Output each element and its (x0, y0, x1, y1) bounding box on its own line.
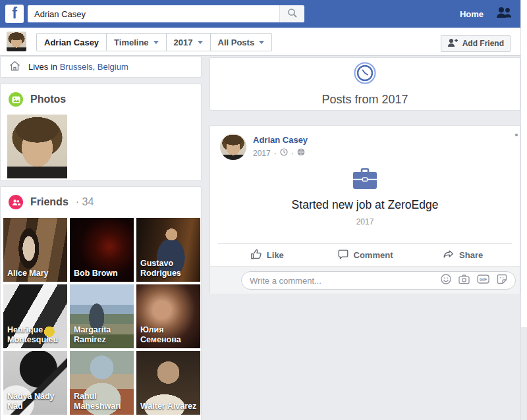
friend-tile[interactable]: Alice Mary (3, 218, 67, 282)
home-link[interactable]: Home (460, 9, 484, 19)
friends-count: · 34 (76, 196, 94, 208)
post-body: Started new job at ZeroEdge 2017 (210, 160, 520, 226)
friend-tile[interactable]: Nádya Nády Nád (3, 351, 67, 415)
lives-in-text: Lives in Brussels, Belgium (28, 62, 128, 72)
camera-icon[interactable] (458, 275, 470, 287)
friend-tile[interactable]: Rahul Maheshwari (70, 351, 134, 415)
photos-card: Photos (0, 84, 202, 181)
friend-tile[interactable]: Margarita Ramirez (70, 284, 134, 348)
photos-title[interactable]: Photos (30, 93, 66, 105)
post-meta: 2017 · · (253, 148, 308, 158)
scrollbar-thumb[interactable] (521, 327, 527, 420)
photo-thumbnail[interactable] (7, 115, 67, 178)
like-button[interactable]: Like (218, 248, 316, 262)
post-filter-dropdown[interactable]: All Posts (210, 34, 272, 51)
top-navbar: f Home (0, 0, 520, 28)
location-link[interactable]: Brussels, Belgium (60, 62, 128, 72)
comment-tools: GIF (441, 274, 515, 287)
comment-box: GIF (241, 271, 516, 290)
friends-grid: Alice Mary Bob Brown Gustavo Rodrigues H… (3, 218, 201, 415)
facebook-profile-page: f Home Adrian Casey Timeline (0, 0, 527, 420)
year-dropdown[interactable]: 2017 (166, 34, 210, 51)
share-button[interactable]: Share (414, 248, 512, 262)
profile-nav-segments: Adrian Casey Timeline 2017 All Posts (36, 33, 272, 51)
post-menu-icon[interactable] (515, 134, 518, 136)
home-icon (9, 61, 20, 73)
post-author-link[interactable]: Adrian Casey (253, 135, 308, 145)
toolbar-avatar[interactable] (7, 32, 26, 51)
emoji-icon[interactable] (441, 274, 451, 287)
share-arrow-icon (443, 248, 455, 262)
friends-card: Friends · 34 Alice Mary Bob Brown Gustav… (0, 186, 202, 420)
photos-header: Photos (1, 84, 201, 112)
sticker-icon[interactable] (497, 274, 507, 287)
svg-text:GIF: GIF (480, 277, 487, 282)
friend-requests-icon[interactable] (495, 6, 513, 22)
clock-badge-icon (354, 62, 376, 87)
add-person-icon (447, 38, 458, 49)
photos-icon (9, 92, 23, 107)
navbar-right: Home (460, 0, 513, 28)
friends-header: Friends · 34 (1, 187, 201, 215)
thumbs-up-icon (250, 248, 262, 262)
profile-name-segment[interactable]: Adrian Casey (37, 34, 106, 51)
comment-button[interactable]: Comment (316, 248, 414, 262)
timeline-dropdown[interactable]: Timeline (106, 34, 166, 51)
friend-tile[interactable]: Henrique Montesquieu (3, 284, 67, 348)
friend-tile[interactable]: Walter Alvarez (136, 351, 200, 415)
friends-icon (9, 195, 23, 209)
chevron-down-icon (259, 41, 264, 44)
posts-from-year-label: Posts from 2017 (321, 93, 408, 107)
facebook-logo[interactable]: f (5, 5, 24, 23)
post-actions: Like Comment Share (218, 243, 512, 266)
clock-icon (280, 148, 288, 158)
post-card: Adrian Casey 2017 · · Started (209, 125, 520, 293)
add-friend-button[interactable]: Add Friend (441, 35, 511, 52)
search-bar (28, 5, 304, 22)
chevron-down-icon (153, 41, 159, 44)
intro-card: Lives in Brussels, Belgium (0, 56, 202, 78)
life-event-year: 2017 (210, 217, 520, 226)
globe-privacy-icon[interactable] (297, 148, 305, 158)
friends-title[interactable]: Friends (30, 196, 69, 208)
friend-tile[interactable]: Gustavo Rodrigues (136, 218, 200, 282)
friend-tile[interactable]: Юлия Семенова (136, 284, 200, 348)
post-header-text: Adrian Casey 2017 · · (253, 134, 308, 160)
profile-toolbar: Adrian Casey Timeline 2017 All Posts Add… (0, 28, 520, 56)
posts-from-year-banner: Posts from 2017 (209, 57, 520, 111)
search-button[interactable] (279, 5, 304, 22)
post-header: Adrian Casey 2017 · · (210, 126, 520, 160)
comment-footer: GIF (210, 266, 520, 294)
comment-bubble-icon (337, 248, 349, 262)
comment-input[interactable] (242, 276, 441, 286)
chevron-down-icon (198, 41, 203, 44)
friend-tile[interactable]: Bob Brown (70, 218, 134, 282)
gif-icon[interactable]: GIF (477, 275, 489, 286)
post-author-avatar[interactable] (220, 134, 246, 160)
briefcase-icon (352, 180, 377, 192)
search-icon (287, 8, 298, 20)
search-input[interactable] (28, 5, 279, 22)
life-event-title: Started new job at ZeroEdge (210, 198, 520, 212)
